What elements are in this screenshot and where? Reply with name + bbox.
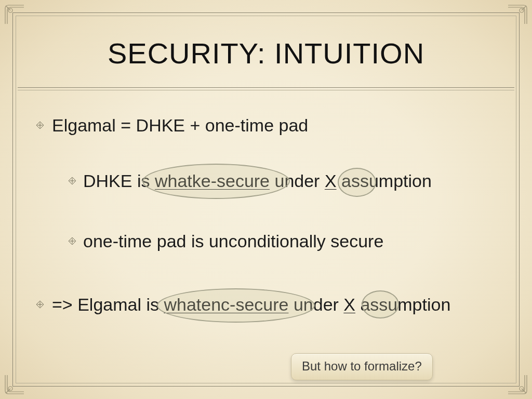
slide-title: SECURITY: INTUITION bbox=[0, 36, 532, 70]
underline-term: whatenc-secure bbox=[164, 295, 288, 314]
bullet-icon bbox=[69, 237, 76, 245]
callout-note: But how to formalize? bbox=[291, 353, 433, 380]
svg-point-3 bbox=[520, 387, 524, 391]
svg-point-2 bbox=[8, 387, 12, 391]
corner-ornament-icon bbox=[506, 373, 529, 396]
slide-body: Elgamal = DHKE + one-time pad DHKE is wh… bbox=[42, 114, 496, 333]
svg-point-0 bbox=[8, 8, 12, 12]
corner-ornament-icon bbox=[3, 3, 26, 26]
slide: SECURITY: INTUITION Elgamal = DHKE + one… bbox=[0, 0, 532, 399]
title-divider bbox=[18, 87, 514, 88]
bullet-icon bbox=[36, 301, 44, 308]
bullet-item: Elgamal = DHKE + one-time pad bbox=[42, 114, 496, 137]
corner-ornament-icon bbox=[506, 3, 529, 26]
underline-term: X bbox=[343, 295, 355, 314]
bullet-icon bbox=[69, 177, 76, 184]
svg-point-1 bbox=[520, 8, 524, 12]
bullet-item: one-time pad is unconditionally secure bbox=[42, 230, 496, 252]
underline-term: whatke-secure bbox=[155, 171, 270, 191]
bullet-text: one-time pad is unconditionally secure bbox=[83, 231, 383, 251]
underline-term: X bbox=[325, 171, 337, 191]
bullet-text: => Elgamal is whatenc-secure under X ass… bbox=[52, 295, 450, 314]
bullet-text: DHKE is whatke-secure under X assumption bbox=[83, 171, 432, 191]
title-divider bbox=[18, 90, 514, 90]
corner-ornament-icon bbox=[3, 373, 26, 396]
bullet-text: Elgamal = DHKE + one-time pad bbox=[52, 115, 308, 135]
bullet-item: => Elgamal is whatenc-secure under X ass… bbox=[42, 294, 496, 316]
bullet-item: DHKE is whatke-secure under X assumption bbox=[42, 170, 496, 192]
bullet-icon bbox=[36, 122, 44, 129]
